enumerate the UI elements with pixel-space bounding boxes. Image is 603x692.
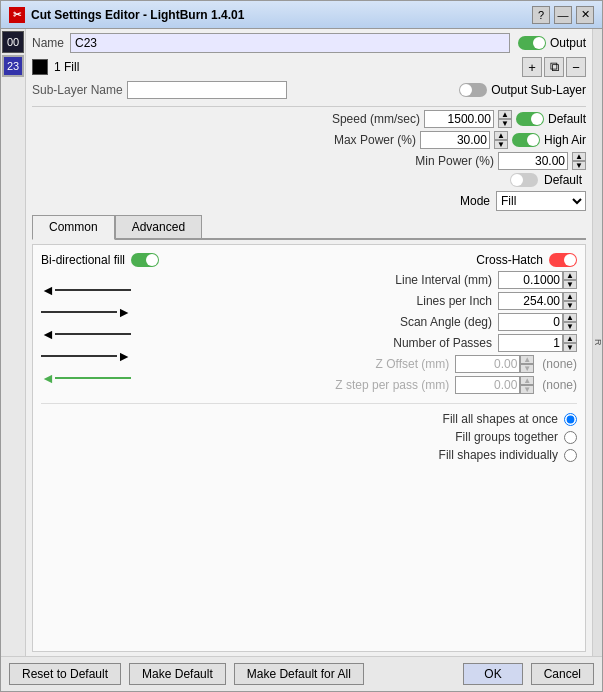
name-input[interactable] bbox=[70, 33, 510, 53]
lines-per-inch-down[interactable]: ▼ bbox=[563, 301, 577, 310]
scan-angle-input[interactable] bbox=[498, 313, 563, 331]
cross-hatch-toggle[interactable] bbox=[549, 253, 577, 267]
bi-directional-toggle[interactable] bbox=[131, 253, 159, 267]
tab-common-content: Bi-directional fill Cross-Hatch ◄ bbox=[32, 244, 586, 652]
tab-inner: ◄ ► ◄ ► bbox=[41, 271, 577, 397]
num-passes-down[interactable]: ▼ bbox=[563, 343, 577, 352]
output-toggle[interactable] bbox=[518, 36, 546, 50]
fill-buttons: + ⧉ − bbox=[522, 57, 586, 77]
tab-common[interactable]: Common bbox=[32, 215, 115, 240]
speed-label: Speed (mm/sec) bbox=[332, 112, 420, 126]
add-layer-button[interactable]: + bbox=[522, 57, 542, 77]
sublayer-toggle-group: Output Sub-Layer bbox=[459, 83, 586, 97]
minimize-button[interactable]: — bbox=[554, 6, 572, 24]
speed-input[interactable] bbox=[424, 110, 494, 128]
sublayer-output-label: Output Sub-Layer bbox=[491, 83, 586, 97]
min-power-down-btn[interactable]: ▼ bbox=[572, 161, 586, 170]
tab-bar: Common Advanced bbox=[32, 215, 586, 240]
arrow-row-5: ◄ bbox=[41, 370, 131, 386]
sublayer-row: Sub-Layer Name Output Sub-Layer bbox=[32, 81, 586, 99]
help-button[interactable]: ? bbox=[532, 6, 550, 24]
max-power-down-btn[interactable]: ▼ bbox=[494, 140, 508, 149]
layer-00[interactable]: 00 bbox=[2, 31, 24, 53]
lines-per-inch-up[interactable]: ▲ bbox=[563, 292, 577, 301]
window-title: Cut Settings Editor - LightBurn 1.4.01 bbox=[31, 8, 532, 22]
main-panel: Name Output 1 Fill + ⧉ − Sub-Layer bbox=[26, 29, 592, 656]
scan-angle-down[interactable]: ▼ bbox=[563, 322, 577, 331]
num-passes-spinner: ▲ ▼ bbox=[563, 334, 577, 352]
name-label: Name bbox=[32, 36, 64, 50]
min-power-spinner: ▲ ▼ bbox=[572, 152, 586, 170]
line-interval-label: Line Interval (mm) bbox=[143, 273, 498, 287]
min-power-row: Min Power (%) ▲ ▼ bbox=[32, 152, 586, 170]
sublayer-input[interactable] bbox=[127, 81, 287, 99]
scan-angle-up[interactable]: ▲ bbox=[563, 313, 577, 322]
fill-groups-radio[interactable] bbox=[564, 431, 577, 444]
z-offset-up[interactable]: ▲ bbox=[520, 355, 534, 364]
line-interval-input[interactable] bbox=[498, 271, 563, 289]
lines-per-inch-label: Lines per Inch bbox=[143, 294, 498, 308]
fill-individually-radio[interactable] bbox=[564, 449, 577, 462]
line-interval-down[interactable]: ▼ bbox=[563, 280, 577, 289]
z-offset-label: Z Offset (mm) bbox=[143, 357, 455, 371]
z-step-up[interactable]: ▲ bbox=[520, 376, 534, 385]
speed-up-btn[interactable]: ▲ bbox=[498, 110, 512, 119]
copy-layer-button[interactable]: ⧉ bbox=[544, 57, 564, 77]
min-power-up-btn[interactable]: ▲ bbox=[572, 152, 586, 161]
layer-color-box[interactable] bbox=[32, 59, 48, 75]
z-step-input[interactable] bbox=[455, 376, 520, 394]
z-offset-input[interactable] bbox=[455, 355, 520, 373]
z-offset-row: Z Offset (mm) ▲ ▼ (none) bbox=[143, 355, 577, 373]
default-toggle[interactable] bbox=[510, 173, 538, 187]
num-passes-up[interactable]: ▲ bbox=[563, 334, 577, 343]
content-area: 00 23 Name Output 1 Fill + ⧉ − bbox=[1, 29, 602, 656]
fill-all-row: Fill all shapes at once bbox=[41, 412, 577, 426]
inner-settings: Line Interval (mm) ▲ ▼ Lines per Inch bbox=[143, 271, 577, 397]
default-row: Default bbox=[32, 173, 586, 187]
line-interval-spinner: ▲ ▼ bbox=[563, 271, 577, 289]
max-power-input[interactable] bbox=[420, 131, 490, 149]
make-default-all-button[interactable]: Make Default for All bbox=[234, 663, 364, 685]
z-step-down[interactable]: ▼ bbox=[520, 385, 534, 394]
make-default-button[interactable]: Make Default bbox=[129, 663, 226, 685]
speed-down-btn[interactable]: ▼ bbox=[498, 119, 512, 128]
output-toggle-group: Output bbox=[518, 36, 586, 50]
min-power-input[interactable] bbox=[498, 152, 568, 170]
right-r-label: R bbox=[593, 339, 603, 346]
fill-row: 1 Fill + ⧉ − bbox=[32, 57, 586, 77]
layer-23[interactable]: 23 bbox=[2, 55, 24, 77]
fill-all-radio[interactable] bbox=[564, 413, 577, 426]
ok-button[interactable]: OK bbox=[463, 663, 522, 685]
lines-per-inch-input[interactable] bbox=[498, 292, 563, 310]
speed-row: Speed (mm/sec) ▲ ▼ Default bbox=[32, 110, 586, 128]
arrow-row-2: ► bbox=[41, 304, 131, 320]
sublayer-toggle[interactable] bbox=[459, 83, 487, 97]
num-passes-row: Number of Passes ▲ ▼ bbox=[143, 334, 577, 352]
window-controls: ? — ✕ bbox=[532, 6, 594, 24]
footer: Reset to Default Make Default Make Defau… bbox=[1, 656, 602, 691]
fill-individually-row: Fill shapes individually bbox=[41, 448, 577, 462]
z-offset-spinner: ▲ ▼ bbox=[520, 355, 534, 373]
scan-angle-spinner: ▲ ▼ bbox=[563, 313, 577, 331]
num-passes-input[interactable] bbox=[498, 334, 563, 352]
max-power-toggle[interactable] bbox=[512, 133, 540, 147]
max-power-toggle-label: High Air bbox=[544, 133, 586, 147]
sublayer-label: Sub-Layer Name bbox=[32, 83, 123, 97]
speed-toggle[interactable] bbox=[516, 112, 544, 126]
default-label: Default bbox=[544, 173, 582, 187]
fill-groups-row: Fill groups together bbox=[41, 430, 577, 444]
line-interval-up[interactable]: ▲ bbox=[563, 271, 577, 280]
lines-per-inch-row: Lines per Inch ▲ ▼ bbox=[143, 292, 577, 310]
remove-layer-button[interactable]: − bbox=[566, 57, 586, 77]
speed-toggle-label: Default bbox=[548, 112, 586, 126]
cancel-button[interactable]: Cancel bbox=[531, 663, 594, 685]
reset-default-button[interactable]: Reset to Default bbox=[9, 663, 121, 685]
app-icon: ✂ bbox=[9, 7, 25, 23]
tab-advanced[interactable]: Advanced bbox=[115, 215, 202, 238]
output-label: Output bbox=[550, 36, 586, 50]
max-power-up-btn[interactable]: ▲ bbox=[494, 131, 508, 140]
mode-select[interactable]: Fill Line Offset Fill bbox=[496, 191, 586, 211]
line-interval-row: Line Interval (mm) ▲ ▼ bbox=[143, 271, 577, 289]
close-button[interactable]: ✕ bbox=[576, 6, 594, 24]
z-offset-down[interactable]: ▼ bbox=[520, 364, 534, 373]
